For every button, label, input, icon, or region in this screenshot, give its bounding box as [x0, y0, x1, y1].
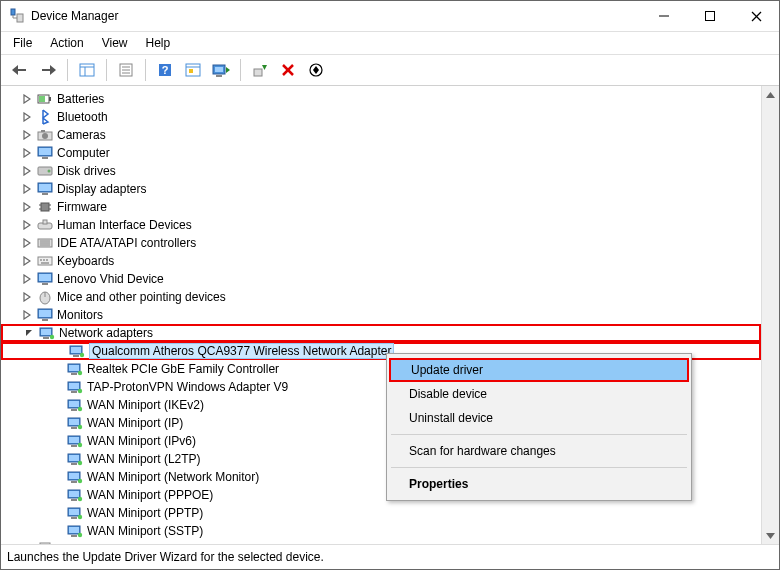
tool-button-2[interactable] — [180, 57, 206, 83]
scroll-down-button[interactable] — [762, 527, 779, 544]
expander-placeholder — [51, 471, 63, 483]
ctx-separator — [391, 467, 687, 468]
svg-rect-128 — [71, 517, 77, 519]
expander-placeholder — [51, 399, 63, 411]
forward-button[interactable] — [35, 57, 61, 83]
tree-item-category[interactable]: Bluetooth — [1, 108, 761, 126]
tree-item-category[interactable]: Computer — [1, 144, 761, 162]
expand-icon[interactable] — [21, 273, 33, 285]
tree-item-network-adapter[interactable]: WAN Miniport (SSTP) — [1, 522, 761, 540]
expand-icon[interactable] — [21, 165, 33, 177]
expand-icon[interactable] — [21, 255, 33, 267]
tree-item-category[interactable]: Lenovo Vhid Device — [1, 270, 761, 288]
enable-button[interactable] — [247, 57, 273, 83]
tree-item-category[interactable]: Display adapters — [1, 180, 761, 198]
svg-point-101 — [78, 389, 82, 393]
uninstall-button[interactable] — [275, 57, 301, 83]
svg-point-133 — [78, 533, 82, 537]
tree-item-category[interactable]: Firmware — [1, 198, 761, 216]
expand-icon[interactable] — [21, 309, 33, 321]
chip-icon — [37, 199, 53, 215]
expand-icon[interactable] — [21, 147, 33, 159]
menubar: File Action View Help — [1, 32, 779, 55]
tree-item-label: Firmware — [57, 200, 107, 214]
scroll-track[interactable] — [762, 103, 779, 527]
tree-item-category[interactable]: Human Interface Devices — [1, 216, 761, 234]
expander-placeholder — [51, 507, 63, 519]
net-icon — [67, 505, 83, 521]
tree-item-category[interactable]: Keyboards — [1, 252, 761, 270]
close-button[interactable] — [733, 1, 779, 31]
tree-item-label: Cameras — [57, 128, 106, 142]
ctx-update-driver[interactable]: Update driver — [389, 358, 689, 382]
svg-point-125 — [78, 497, 82, 501]
help-button[interactable]: ? — [152, 57, 178, 83]
device-tree[interactable]: BatteriesBluetoothCamerasComputerDisk dr… — [1, 86, 761, 544]
tree-item-label: WAN Miniport (L2TP) — [87, 452, 201, 466]
app-icon — [9, 8, 25, 24]
svg-rect-115 — [69, 455, 79, 461]
expand-icon[interactable] — [21, 111, 33, 123]
status-text: Launches the Update Driver Wizard for th… — [7, 550, 324, 564]
menu-help[interactable]: Help — [138, 34, 179, 52]
expand-icon[interactable] — [21, 201, 33, 213]
ctx-disable-device[interactable]: Disable device — [389, 382, 689, 406]
ctx-item-label: Disable device — [409, 387, 487, 401]
tree-item-label: WAN Miniport (SSTP) — [87, 524, 203, 538]
svg-marker-81 — [24, 311, 30, 319]
collapse-icon[interactable] — [23, 327, 35, 339]
tree-item-network-adapter[interactable]: WAN Miniport (PPTP) — [1, 504, 761, 522]
svg-rect-55 — [41, 203, 49, 211]
svg-rect-76 — [39, 274, 51, 281]
tree-item-network-adapters[interactable]: Network adapters — [1, 324, 761, 342]
ctx-scan-hardware[interactable]: Scan for hardware changes — [389, 439, 689, 463]
svg-point-49 — [48, 170, 51, 173]
expand-icon[interactable] — [21, 219, 33, 231]
svg-point-93 — [80, 353, 84, 357]
update-driver-button[interactable] — [208, 57, 234, 83]
tree-item-category[interactable]: IDE ATA/ATAPI controllers — [1, 234, 761, 252]
svg-marker-139 — [766, 533, 775, 539]
expand-icon[interactable] — [21, 543, 33, 544]
svg-marker-27 — [226, 67, 230, 73]
expand-icon[interactable] — [21, 129, 33, 141]
expand-icon[interactable] — [21, 291, 33, 303]
back-button[interactable] — [7, 57, 33, 83]
menu-view[interactable]: View — [94, 34, 136, 52]
svg-rect-72 — [46, 259, 48, 261]
expand-icon[interactable] — [21, 93, 33, 105]
ctx-properties[interactable]: Properties — [389, 472, 689, 496]
show-hide-console-button[interactable] — [74, 57, 100, 83]
maximize-button[interactable] — [687, 1, 733, 31]
tree-item-category[interactable]: Cameras — [1, 126, 761, 144]
ctx-item-label: Update driver — [411, 363, 483, 377]
menu-action[interactable]: Action — [42, 34, 91, 52]
tree-item-category[interactable]: Print queues — [1, 540, 761, 544]
tree-item-category[interactable]: Mice and other pointing devices — [1, 288, 761, 306]
scan-hardware-button[interactable] — [303, 57, 329, 83]
svg-rect-70 — [40, 259, 42, 261]
expand-icon[interactable] — [21, 183, 33, 195]
svg-rect-127 — [69, 509, 79, 515]
svg-rect-46 — [42, 157, 48, 159]
tree-item-category[interactable]: Monitors — [1, 306, 761, 324]
ctx-uninstall-device[interactable]: Uninstall device — [389, 406, 689, 430]
svg-rect-88 — [43, 337, 49, 339]
vertical-scrollbar[interactable] — [761, 86, 779, 544]
svg-rect-84 — [42, 319, 48, 321]
tree-item-label: IDE ATA/ATAPI controllers — [57, 236, 196, 250]
minimize-button[interactable] — [641, 1, 687, 31]
tree-item-label: Network adapters — [59, 326, 153, 340]
tree-item-category[interactable]: Disk drives — [1, 162, 761, 180]
menu-file[interactable]: File — [5, 34, 40, 52]
svg-point-105 — [78, 407, 82, 411]
properties-button[interactable] — [113, 57, 139, 83]
toolbar: ? — [1, 55, 779, 86]
scroll-up-button[interactable] — [762, 86, 779, 103]
toolbar-separator — [106, 59, 107, 81]
svg-rect-87 — [41, 329, 51, 335]
expand-icon[interactable] — [21, 237, 33, 249]
printer-icon — [37, 541, 53, 544]
svg-marker-60 — [24, 221, 30, 229]
tree-item-category[interactable]: Batteries — [1, 90, 761, 108]
